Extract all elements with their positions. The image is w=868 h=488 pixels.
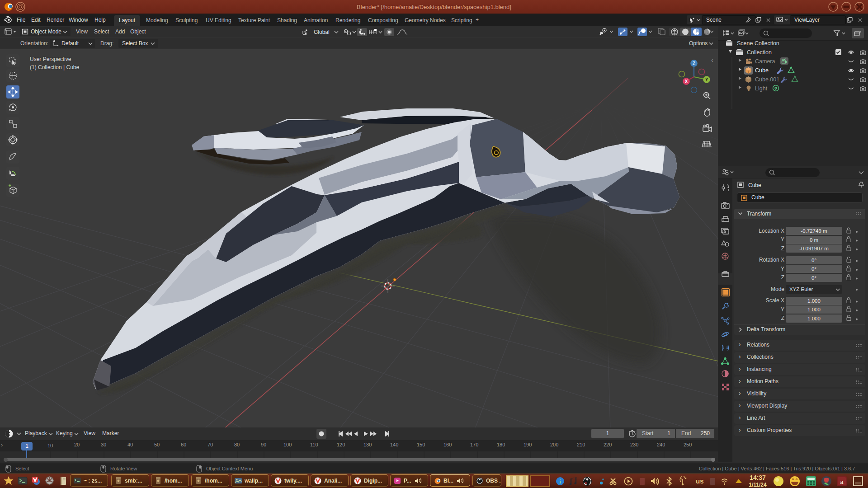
svg-text:Cube.001: Cube.001 — [755, 76, 779, 83]
svg-text:i: i — [559, 478, 561, 485]
svg-text:Z: Z — [693, 61, 695, 66]
svg-text:Y: Y — [705, 77, 708, 82]
svg-text:Scene Collection: Scene Collection — [737, 40, 779, 47]
svg-text:Collection: Collection — [747, 49, 772, 56]
svg-text:a: a — [840, 478, 844, 485]
svg-text:Light: Light — [755, 85, 768, 92]
svg-text:Global: Global — [314, 29, 330, 35]
svg-text:Cube: Cube — [755, 67, 769, 74]
svg-text:us: us — [696, 477, 704, 485]
svg-text:X: X — [685, 79, 688, 84]
svg-text:Camera: Camera — [755, 58, 775, 65]
